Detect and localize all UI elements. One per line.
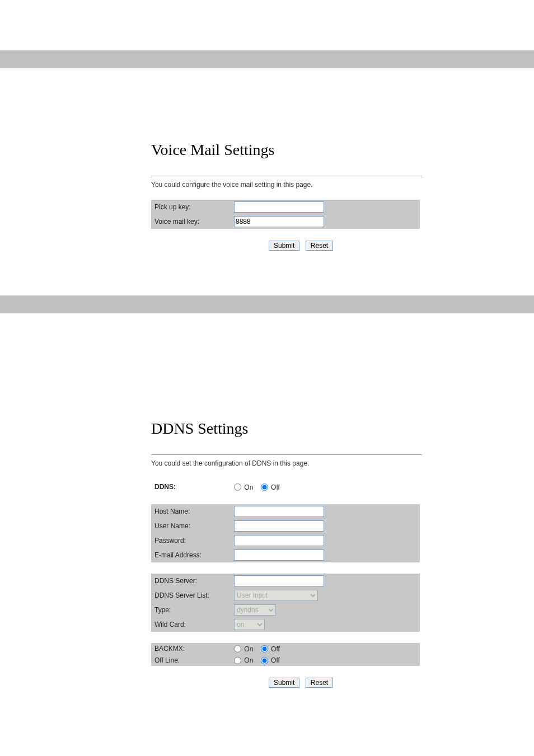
divider: [151, 176, 422, 176]
password-input[interactable]: [234, 535, 324, 546]
separator-bar-1: [0, 50, 534, 68]
offline-off-label: Off: [271, 656, 280, 664]
offline-label: Off Line:: [151, 655, 231, 666]
offline-on-radio[interactable]: [234, 657, 241, 664]
reset-button[interactable]: Reset: [306, 241, 333, 251]
ddns-off-radio[interactable]: [261, 483, 268, 491]
ddns-server-label: DDNS Server:: [151, 574, 231, 588]
voicemail-form-table: Pick up key: Voice mail key:: [151, 200, 420, 229]
backmx-off-radio[interactable]: [261, 645, 268, 652]
divider: [151, 454, 422, 455]
wildcard-label: Wild Card:: [151, 617, 231, 632]
ddns-toggle-table: DDNS: On Off: [151, 478, 420, 496]
ddns-description: You could set the configuration of DDNS …: [151, 459, 422, 467]
voicemail-settings-title: Voice Mail Settings: [151, 141, 422, 159]
email-label: E-mail Address:: [151, 548, 231, 562]
ddns-serverlist-select[interactable]: User Input: [234, 590, 318, 601]
offline-on-label: On: [244, 656, 253, 664]
submit-button[interactable]: Submit: [269, 241, 299, 251]
ddns-fields-table-2: DDNS Server: DDNS Server List: User Inpu…: [151, 574, 420, 632]
backmx-off-label: Off: [271, 645, 280, 653]
reset-button[interactable]: Reset: [306, 678, 333, 688]
ddns-on-label: On: [244, 483, 253, 491]
ddns-off-label: Off: [271, 483, 280, 491]
hostname-input[interactable]: [234, 506, 324, 517]
voicemail-key-input[interactable]: [234, 216, 324, 227]
voicemail-key-label: Voice mail key:: [151, 214, 231, 229]
ddns-label: DDNS:: [151, 478, 231, 496]
password-label: Password:: [151, 533, 231, 548]
backmx-label: BACKMX:: [151, 643, 231, 655]
email-input[interactable]: [234, 550, 324, 561]
type-select[interactable]: dyndns: [234, 604, 276, 616]
ddns-on-radio[interactable]: [234, 483, 241, 491]
username-label: User Name:: [151, 519, 231, 533]
ddns-settings-title: DDNS Settings: [151, 420, 422, 438]
backmx-on-label: On: [244, 645, 253, 653]
hostname-label: Host Name:: [151, 504, 231, 519]
username-input[interactable]: [234, 520, 324, 532]
ddns-fields-table-1: Host Name: User Name: Password: E-mail A…: [151, 504, 420, 562]
pickup-key-input[interactable]: [234, 201, 324, 213]
type-label: Type:: [151, 603, 231, 617]
pickup-key-label: Pick up key:: [151, 200, 231, 214]
ddns-server-input[interactable]: [234, 575, 324, 586]
ddns-serverlist-label: DDNS Server List:: [151, 588, 231, 603]
offline-off-radio[interactable]: [261, 657, 268, 664]
wildcard-select[interactable]: on: [234, 619, 265, 630]
submit-button[interactable]: Submit: [269, 678, 299, 688]
ddns-fields-table-3: BACKMX: On Off Off Line: On Off: [151, 643, 420, 666]
separator-bar-2: [0, 295, 534, 313]
voicemail-description: You could configure the voice mail setti…: [151, 181, 422, 189]
backmx-on-radio[interactable]: [234, 645, 241, 652]
